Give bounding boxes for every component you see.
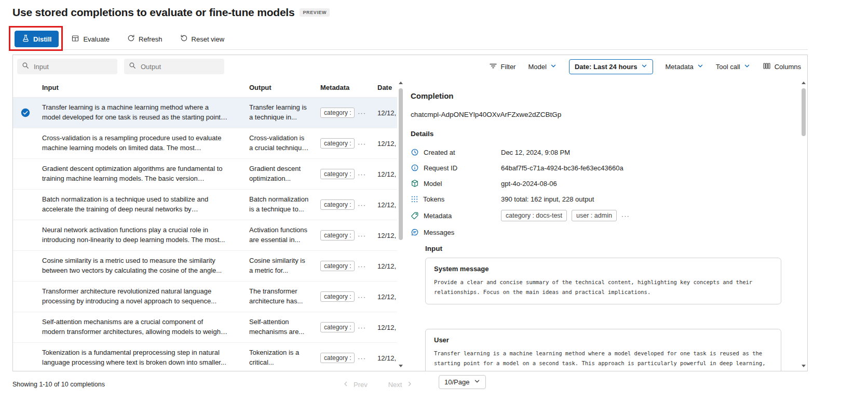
chevron-left-icon[interactable] — [343, 381, 349, 389]
preview-badge: PREVIEW — [300, 8, 330, 17]
page-title: Use stored completions to evaluate or fi… — [12, 6, 294, 19]
row-checkbox[interactable] — [13, 323, 38, 332]
scroll-up-arrow-icon[interactable] — [802, 82, 806, 84]
tokens-row: Tokens 390 total: 162 input, 228 output — [411, 191, 800, 207]
table-row[interactable]: Transformer architecture revolutionized … — [13, 282, 397, 312]
table-row[interactable]: Cosine similarity is a metric used to me… — [13, 251, 397, 282]
messages-label: Messages — [424, 229, 454, 236]
tool-call-dropdown[interactable]: Tool call — [716, 63, 750, 71]
input-searchbox[interactable] — [17, 59, 117, 74]
clock-icon — [411, 148, 419, 156]
table-header-row: Input Output Metadata Date — [13, 78, 397, 98]
column-header-metadata: Metadata — [316, 84, 373, 91]
row-metadata-badge: category : — [320, 138, 355, 149]
details-scrollbar[interactable] — [800, 78, 807, 371]
row-output-text: Tokenization is a critical... — [245, 348, 316, 368]
table-scrollbar[interactable] — [397, 78, 404, 371]
date-dropdown-label: Date: Last 24 hours — [575, 63, 638, 71]
scroll-down-arrow-icon[interactable] — [399, 365, 403, 367]
chevron-down-icon — [550, 63, 557, 71]
table-row[interactable]: Gradient descent optimization algorithms… — [13, 159, 397, 190]
row-checkbox[interactable] — [13, 261, 38, 271]
scroll-up-arrow-icon[interactable] — [399, 82, 403, 84]
next-button[interactable]: Next — [388, 381, 402, 389]
row-metadata-more-button[interactable]: ··· — [358, 324, 366, 331]
row-metadata-more-button[interactable]: ··· — [358, 140, 366, 148]
row-input-text: Gradient descent optimization algorithms… — [38, 164, 245, 184]
row-input-text: Batch normalization is a technique used … — [38, 195, 245, 215]
metadata-dropdown[interactable]: Metadata — [666, 63, 703, 71]
model-dropdown[interactable]: Model — [528, 63, 556, 71]
toolbar: Distill Evaluate Refresh Reset view — [12, 29, 808, 50]
metadata-badge: user : admin — [572, 210, 617, 221]
distill-button[interactable]: Distill — [15, 31, 59, 47]
messages-row: Messages — [411, 224, 800, 240]
scroll-down-arrow-icon[interactable] — [802, 365, 806, 367]
row-output-text: Transfer learning is a technique in... — [245, 103, 316, 123]
user-message-title: User — [434, 336, 772, 344]
created-at-row: Created at Dec 12, 2024, 9:08 PM — [411, 144, 800, 160]
page-size-dropdown[interactable]: 10/Page — [439, 375, 486, 389]
output-searchbox[interactable] — [124, 59, 224, 74]
row-metadata-more-button[interactable]: ··· — [358, 262, 366, 270]
row-checkbox[interactable] — [13, 353, 38, 363]
row-input-text: Transfer learning is a machine learning … — [38, 103, 245, 123]
table-row[interactable]: Self-attention mechanisms are a crucial … — [13, 312, 397, 343]
user-message-card: User Transfer learning is a machine lear… — [425, 329, 781, 371]
columns-button-label: Columns — [775, 63, 801, 71]
system-message-title: System message — [434, 265, 772, 273]
row-date-text: 12/12, — [373, 140, 397, 148]
table-scrollbar-thumb[interactable] — [399, 88, 403, 240]
filter-button[interactable]: Filter — [489, 62, 516, 72]
output-search-field[interactable] — [140, 62, 220, 71]
row-checkbox[interactable] — [13, 169, 38, 179]
refresh-icon — [127, 34, 135, 44]
date-dropdown[interactable]: Date: Last 24 hours — [569, 59, 653, 74]
filter-funnel-icon — [489, 62, 497, 72]
metadata-dropdown-label: Metadata — [666, 63, 694, 71]
row-metadata-more-button[interactable]: ··· — [358, 201, 366, 209]
info-icon — [411, 164, 419, 172]
row-metadata-more-button[interactable]: ··· — [358, 293, 366, 301]
table-row[interactable]: Cross-validation is a resampling procedu… — [13, 128, 397, 159]
page-header: Use stored completions to evaluate or fi… — [12, 6, 330, 19]
refresh-button-label: Refresh — [139, 35, 162, 43]
row-input-text: Transformer architecture revolutionized … — [38, 287, 245, 306]
chevron-down-icon — [641, 63, 647, 71]
completion-details-panel: Completion chatcmpl-AdpONEYlp40OXvArFZxw… — [404, 78, 800, 371]
row-metadata-more-button[interactable]: ··· — [358, 109, 366, 117]
model-label: Model — [424, 180, 442, 188]
search-icon — [129, 62, 136, 71]
table-row[interactable]: Transfer learning is a machine learning … — [13, 98, 397, 128]
table-row[interactable]: Batch normalization is a technique used … — [13, 190, 397, 220]
chevron-down-icon — [474, 378, 480, 386]
row-output-text: Cosine similarity is a metric for... — [245, 256, 316, 276]
row-checkbox[interactable] — [13, 108, 38, 117]
row-checkbox[interactable] — [13, 292, 38, 301]
row-checkbox[interactable] — [13, 200, 38, 209]
row-metadata-more-button[interactable]: ··· — [358, 354, 366, 362]
refresh-button[interactable]: Refresh — [122, 31, 168, 47]
table-row[interactable]: Tokenization is a fundamental preprocess… — [13, 343, 397, 371]
row-checkbox[interactable] — [13, 139, 38, 148]
completion-id: chatcmpl-AdpONEYlp40OXvArFZxwe2dZCBtGp — [411, 111, 800, 118]
details-scrollbar-thumb[interactable] — [802, 88, 806, 136]
row-date-text: 12/12, — [373, 262, 397, 270]
metadata-more-button[interactable]: ··· — [621, 212, 630, 220]
columns-button[interactable]: Columns — [763, 62, 801, 72]
metadata-row: Metadata category : docs-test user : adm… — [411, 207, 800, 224]
row-metadata-badge: category : — [320, 108, 355, 118]
columns-icon — [763, 62, 771, 72]
row-metadata-more-button[interactable]: ··· — [358, 232, 366, 239]
evaluate-button[interactable]: Evaluate — [66, 31, 115, 47]
details-section-title: Details — [411, 130, 800, 138]
chevron-right-icon[interactable] — [406, 381, 413, 389]
prev-button[interactable]: Prev — [354, 381, 368, 389]
input-search-field[interactable] — [33, 62, 113, 71]
reset-view-button[interactable]: Reset view — [175, 31, 230, 47]
table-row[interactable]: Neural network activation functions play… — [13, 220, 397, 251]
row-date-text: 12/12, — [373, 201, 397, 209]
row-checkbox[interactable] — [13, 231, 38, 240]
row-metadata-more-button[interactable]: ··· — [358, 170, 366, 178]
evaluate-button-label: Evaluate — [83, 35, 110, 43]
